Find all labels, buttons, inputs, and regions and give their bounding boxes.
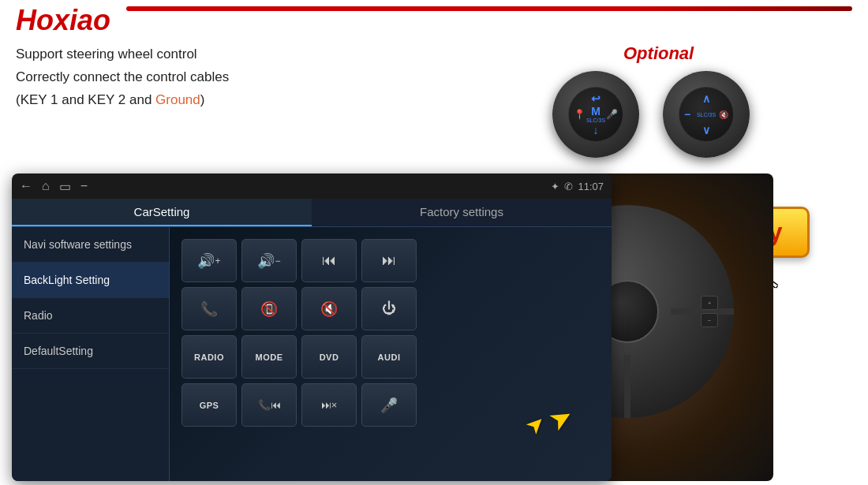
btn-dvd[interactable]: DVD (301, 335, 357, 379)
ctrl-left-right-icon: 🎤 (606, 109, 618, 120)
settings-item-navi[interactable]: Navi software settings (12, 227, 169, 263)
settings-item-backlight[interactable]: BackLight Setting (12, 263, 169, 298)
controller-right: ∧ − 🔇 ∨ SLC/3S (663, 71, 750, 158)
sw-buttons-right: + − (701, 296, 718, 327)
ctrl-right-center: SLC/3S (697, 111, 716, 118)
sw-btn-plus: + (701, 296, 718, 310)
brand-logo: Hoxiao (16, 4, 110, 37)
btn-phone-prev[interactable]: 📞⏮ (241, 383, 297, 427)
feature-text: Support steering wheel control Correctly… (16, 43, 229, 112)
settings-list: Navi software settings BackLight Setting… (12, 227, 170, 481)
btn-vol-down[interactable]: 🔊− (241, 239, 297, 282)
btn-mute[interactable]: 🔇 (301, 287, 357, 330)
btn-gps[interactable]: GPS (181, 383, 237, 427)
button-grid: 🔊+ 🔊− ⏮ ⏭ 📞 📵 🔇 ⏻ RADIO MODE DVD AUDI GP… (181, 239, 600, 427)
optional-label: Optional (623, 43, 694, 64)
btn-mic[interactable]: 🎤 (361, 383, 417, 427)
btn-mode[interactable]: MODE (241, 335, 297, 379)
btn-audio[interactable]: AUDI (361, 335, 417, 379)
feature-line3: (KEY 1 and KEY 2 and Ground) (16, 89, 229, 112)
recent-icon[interactable]: ▭ (59, 179, 71, 194)
progress-bar (126, 6, 852, 11)
feature-line2: Correctly connect the control cables (16, 66, 229, 89)
btn-next-x[interactable]: ⏭× (301, 383, 357, 427)
car-settings-ui: CarSetting Factory settings Navi softwar… (12, 199, 612, 481)
ctrl-left-center: M SLC/3S (586, 106, 605, 123)
back-icon[interactable]: ← (20, 179, 32, 193)
btn-radio[interactable]: RADIO (181, 335, 237, 379)
home-icon[interactable]: ⌂ (42, 179, 50, 193)
btn-end-call[interactable]: 📵 (241, 287, 297, 330)
controller-left-inner: ↩ 📍 🎤 ↓ M SLC/3S (568, 87, 623, 142)
settings-body: Navi software settings BackLight Setting… (12, 227, 612, 481)
controller-right-inner: ∧ − 🔇 ∨ SLC/3S (679, 87, 734, 142)
sw-spoke-bottom (624, 355, 630, 418)
ctrl-right-bottom-icon: ∨ (702, 124, 710, 136)
btn-power[interactable]: ⏻ (361, 287, 417, 330)
status-time: 11:07 (578, 181, 604, 192)
sw-btn-minus: − (701, 313, 718, 327)
settings-tabs: CarSetting Factory settings (12, 199, 612, 227)
feature-line3-prefix: (KEY 1 and KEY 2 and (16, 92, 155, 107)
android-status-bar: ✦ ✆ 11:07 (551, 181, 604, 192)
tab-carsetting[interactable]: CarSetting (12, 199, 312, 226)
feature-line1: Support steering wheel control (16, 43, 229, 66)
settings-item-radio[interactable]: Radio (12, 298, 169, 334)
ctrl-right-top-icon: ∧ (702, 92, 710, 105)
feature-line3-ground: Ground (155, 92, 200, 107)
android-header: ← ⌂ ▭ − ✦ ✆ 11:07 (12, 173, 612, 199)
ctrl-left-left-icon: 📍 (574, 109, 586, 120)
car-screen: ← ⌂ ▭ − ✦ ✆ 11:07 CarSetting Factory set… (12, 173, 612, 481)
btn-vol-up[interactable]: 🔊+ (181, 239, 237, 282)
ctrl-right-left-icon: − (684, 108, 690, 121)
status-pin-icon: ✦ (551, 181, 559, 192)
btn-prev-track[interactable]: ⏮ (301, 239, 357, 282)
ctrl-left-top-icon: ↩ (591, 92, 600, 105)
btn-next-track[interactable]: ⏭ (361, 239, 417, 282)
settings-item-default[interactable]: DefaultSetting (12, 334, 169, 369)
settings-content: 🔊+ 🔊− ⏮ ⏭ 📞 📵 🔇 ⏻ RADIO MODE DVD AUDI GP… (170, 227, 612, 481)
feature-line3-suffix: ) (200, 92, 205, 107)
minimize-icon[interactable]: − (80, 179, 88, 193)
ctrl-left-bottom-icon: ↓ (593, 124, 599, 136)
btn-call[interactable]: 📞 (181, 287, 237, 330)
tab-factory[interactable]: Factory settings (312, 199, 612, 226)
status-phone-icon: ✆ (564, 181, 573, 192)
controllers-container: ↩ 📍 🎤 ↓ M SLC/3S ∧ − 🔇 ∨ SLC/3S (552, 71, 750, 158)
controller-left: ↩ 📍 🎤 ↓ M SLC/3S (552, 71, 639, 158)
ctrl-right-right-icon: 🔇 (719, 110, 728, 119)
